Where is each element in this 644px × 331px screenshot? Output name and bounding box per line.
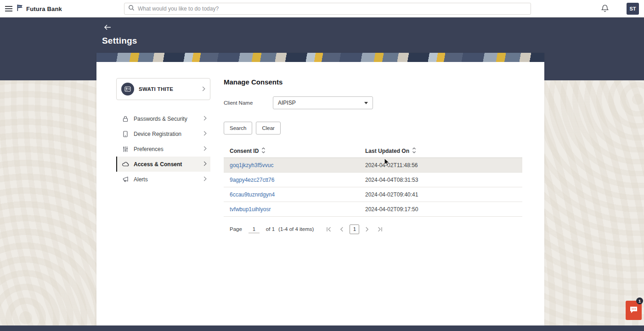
page-of-label: of 1 [266,226,275,232]
last-updated-value: 2024-04-02T09:17:50 [365,206,418,213]
notifications-bell-icon[interactable] [601,4,610,13]
chevron-right-icon [203,146,207,152]
cloud-icon [122,162,129,167]
chevron-right-icon [203,116,207,122]
last-updated-value: 2024-04-02T11:48:56 [365,162,418,168]
table-row[interactable]: 6ccau9tuznrdgyn4 2024-04-02T09:40:41 [224,187,522,202]
items-summary: (1-4 of 4 items) [278,226,314,232]
last-updated-value: 2024-04-02T09:40:41 [365,191,418,198]
brand-logo[interactable]: Futura Bank [17,0,62,17]
pagination: Page 1 of 1 (1-4 of 4 items) 1 [224,224,522,234]
last-page-button[interactable] [375,224,385,234]
sidebar-item-label: Device Registration [134,131,199,137]
back-arrow-icon[interactable] [104,24,111,30]
page-number-input[interactable]: 1 [249,225,260,233]
topbar: Futura Bank ST [0,0,644,17]
sliders-icon [122,146,129,152]
announcement-icon [122,176,129,182]
global-search[interactable] [124,3,531,15]
lock-icon [122,116,129,122]
chat-launcher-button[interactable]: 1 [626,301,642,320]
chevron-right-icon [202,85,205,93]
consent-id-link[interactable]: 6ccau9tuznrdgyn4 [230,191,275,198]
consent-id-link[interactable]: 9agpy4ezc27ctt76 [230,177,274,183]
sort-icon [412,147,416,155]
sidebar-item-label: Preferences [134,146,199,152]
column-header-label: Last Updated On [365,148,409,154]
sidebar-item-label: Access & Consent [134,161,199,168]
chat-unread-badge: 1 [636,297,643,304]
decorative-banner [96,53,544,62]
table-row[interactable]: tvfwbup1uihlyosr 2024-04-02T09:17:50 [224,202,522,217]
search-input[interactable] [138,6,527,12]
table-row[interactable]: goq1jkzyh3f5vvuc 2024-04-02T11:48:56 [224,158,522,173]
first-page-button[interactable] [324,224,334,234]
column-header-label: Consent ID [230,148,259,154]
sort-last-updated-button[interactable]: Last Updated On [365,147,522,155]
user-avatar[interactable]: ST [627,3,639,15]
last-updated-value: 2024-04-04T08:31:53 [365,177,418,183]
sidebar-item-device-registration[interactable]: Device Registration [116,126,210,141]
client-name-value: AIPISP [278,100,296,106]
settings-card: SWATI THITE Passwords & Security [96,53,544,325]
client-name-label: Client Name [224,100,273,106]
manage-consents-panel: Manage Consents Client Name AIPISP Searc… [210,78,531,234]
chevron-right-icon [203,176,207,183]
consent-id-link[interactable]: goq1jkzyh3f5vvuc [230,162,273,168]
sort-consent-id-button[interactable]: Consent ID [224,147,365,155]
sidebar-item-passwords-security[interactable]: Passwords & Security [116,111,210,126]
sidebar-item-label: Alerts [134,176,199,183]
next-page-button[interactable] [362,224,372,234]
chat-bubble-icon [629,306,638,315]
sidebar-item-access-consent[interactable]: Access & Consent [116,157,210,172]
consents-table: Consent ID Last Updated On [224,144,522,234]
section-title: Manage Consents [224,78,531,86]
sidebar-user-name: SWATI THITE [139,86,198,92]
page-title: Settings [102,36,137,46]
consent-id-link[interactable]: tvfwbup1uihlyosr [230,206,271,213]
id-card-icon [121,83,134,95]
device-icon [122,131,129,137]
sidebar-item-preferences[interactable]: Preferences [116,141,210,157]
previous-page-button[interactable] [337,224,347,234]
chevron-right-icon [203,131,207,137]
sidebar-item-label: Passwords & Security [134,116,199,122]
settings-sidebar: SWATI THITE Passwords & Security [116,78,210,234]
hamburger-menu-icon[interactable] [5,6,12,11]
footer-strip [0,325,644,331]
table-header-row: Consent ID Last Updated On [224,144,522,158]
brand-flag-icon [17,4,23,13]
page-1-button[interactable]: 1 [350,224,359,234]
sidebar-user-card[interactable]: SWATI THITE [116,78,210,100]
table-row[interactable]: 9agpy4ezc27ctt76 2024-04-04T08:31:53 [224,173,522,187]
page-label: Page [230,226,242,232]
sidebar-item-alerts[interactable]: Alerts [116,172,210,187]
search-button[interactable]: Search [224,122,252,135]
sort-icon [261,147,266,155]
chevron-right-icon [203,161,207,168]
caret-down-icon [364,102,368,104]
brand-name: Futura Bank [26,6,62,12]
clear-button[interactable]: Clear [256,122,280,135]
search-icon [128,5,135,13]
client-name-select[interactable]: AIPISP [273,96,373,109]
settings-menu: Passwords & Security Device Registration [116,111,210,187]
